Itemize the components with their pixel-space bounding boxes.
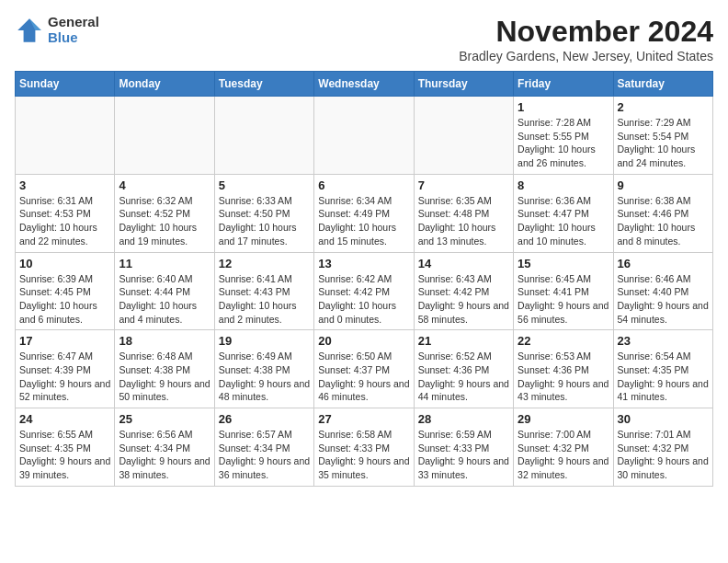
day-number: 1 — [518, 100, 609, 114]
day-info: Sunrise: 7:28 AM Sunset: 5:55 PM Dayligh… — [518, 116, 609, 170]
calendar-cell — [314, 97, 414, 175]
day-number: 13 — [318, 257, 409, 270]
calendar-cell: 25Sunrise: 6:56 AM Sunset: 4:34 PM Dayli… — [115, 408, 214, 487]
header-wednesday: Wednesday — [314, 72, 414, 97]
day-info: Sunrise: 6:52 AM Sunset: 4:36 PM Dayligh… — [418, 350, 509, 404]
calendar-week-row: 3Sunrise: 6:31 AM Sunset: 4:53 PM Daylig… — [16, 174, 713, 252]
day-info: Sunrise: 6:48 AM Sunset: 4:38 PM Dayligh… — [119, 350, 210, 404]
calendar-cell: 14Sunrise: 6:43 AM Sunset: 4:42 PM Dayli… — [414, 252, 513, 330]
day-info: Sunrise: 6:31 AM Sunset: 4:53 PM Dayligh… — [19, 194, 110, 248]
calendar-cell: 3Sunrise: 6:31 AM Sunset: 4:53 PM Daylig… — [16, 174, 115, 252]
calendar-cell: 26Sunrise: 6:57 AM Sunset: 4:34 PM Dayli… — [214, 408, 313, 487]
day-info: Sunrise: 6:54 AM Sunset: 4:35 PM Dayligh… — [618, 350, 709, 404]
day-info: Sunrise: 6:42 AM Sunset: 4:42 PM Dayligh… — [318, 272, 409, 327]
header-friday: Friday — [514, 72, 613, 97]
month-title: November 2024 — [459, 15, 713, 49]
day-number: 22 — [518, 334, 609, 348]
day-number: 2 — [618, 100, 709, 114]
calendar-cell — [115, 97, 214, 175]
calendar-cell: 7Sunrise: 6:35 AM Sunset: 4:48 PM Daylig… — [414, 174, 513, 252]
day-info: Sunrise: 6:39 AM Sunset: 4:45 PM Dayligh… — [19, 272, 110, 327]
day-number: 5 — [219, 178, 310, 192]
day-info: Sunrise: 6:50 AM Sunset: 4:37 PM Dayligh… — [318, 350, 409, 404]
day-info: Sunrise: 7:29 AM Sunset: 5:54 PM Dayligh… — [618, 116, 709, 170]
calendar-cell: 11Sunrise: 6:40 AM Sunset: 4:44 PM Dayli… — [115, 252, 214, 330]
day-info: Sunrise: 6:47 AM Sunset: 4:39 PM Dayligh… — [19, 350, 110, 404]
day-number: 14 — [418, 257, 509, 270]
day-number: 3 — [19, 178, 110, 192]
day-number: 9 — [618, 178, 709, 192]
calendar-week-row: 10Sunrise: 6:39 AM Sunset: 4:45 PM Dayli… — [16, 252, 713, 330]
calendar-cell: 24Sunrise: 6:55 AM Sunset: 4:35 PM Dayli… — [16, 408, 115, 487]
calendar-cell — [16, 97, 115, 175]
day-info: Sunrise: 6:34 AM Sunset: 4:49 PM Dayligh… — [318, 194, 409, 248]
header-saturday: Saturday — [613, 72, 712, 97]
header-monday: Monday — [115, 72, 214, 97]
day-number: 17 — [19, 334, 110, 348]
day-number: 6 — [318, 178, 409, 192]
day-info: Sunrise: 6:36 AM Sunset: 4:47 PM Dayligh… — [518, 194, 609, 248]
day-info: Sunrise: 6:56 AM Sunset: 4:34 PM Dayligh… — [119, 428, 210, 482]
calendar-cell: 2Sunrise: 7:29 AM Sunset: 5:54 PM Daylig… — [613, 97, 712, 175]
day-info: Sunrise: 6:38 AM Sunset: 4:46 PM Dayligh… — [618, 194, 709, 248]
day-number: 12 — [219, 257, 310, 270]
day-info: Sunrise: 6:49 AM Sunset: 4:38 PM Dayligh… — [219, 350, 310, 404]
logo: General Blue — [15, 15, 99, 45]
calendar-cell: 16Sunrise: 6:46 AM Sunset: 4:40 PM Dayli… — [613, 252, 712, 330]
day-info: Sunrise: 6:46 AM Sunset: 4:40 PM Dayligh… — [618, 272, 709, 327]
calendar-table: SundayMondayTuesdayWednesdayThursdayFrid… — [15, 71, 713, 487]
day-number: 20 — [318, 334, 409, 348]
calendar-header-row: SundayMondayTuesdayWednesdayThursdayFrid… — [16, 72, 713, 97]
calendar-cell: 21Sunrise: 6:52 AM Sunset: 4:36 PM Dayli… — [414, 330, 513, 408]
calendar-cell: 18Sunrise: 6:48 AM Sunset: 4:38 PM Dayli… — [115, 330, 214, 408]
logo-icon — [15, 16, 44, 45]
header-tuesday: Tuesday — [214, 72, 313, 97]
day-number: 23 — [618, 334, 709, 348]
day-number: 16 — [618, 257, 709, 270]
calendar-cell: 4Sunrise: 6:32 AM Sunset: 4:52 PM Daylig… — [115, 174, 214, 252]
calendar-cell — [414, 97, 513, 175]
day-number: 4 — [119, 178, 210, 192]
calendar-cell: 28Sunrise: 6:59 AM Sunset: 4:33 PM Dayli… — [414, 408, 513, 487]
location-title: Bradley Gardens, New Jersey, United Stat… — [459, 49, 713, 63]
calendar-week-row: 17Sunrise: 6:47 AM Sunset: 4:39 PM Dayli… — [16, 330, 713, 408]
day-info: Sunrise: 6:59 AM Sunset: 4:33 PM Dayligh… — [418, 428, 509, 482]
day-number: 25 — [119, 412, 210, 426]
day-info: Sunrise: 6:45 AM Sunset: 4:41 PM Dayligh… — [518, 272, 609, 327]
day-number: 26 — [219, 412, 310, 426]
calendar-cell: 6Sunrise: 6:34 AM Sunset: 4:49 PM Daylig… — [314, 174, 414, 252]
calendar-cell — [214, 97, 313, 175]
day-number: 21 — [418, 334, 509, 348]
day-number: 8 — [518, 178, 609, 192]
logo-general-text: General — [48, 15, 99, 30]
calendar-cell: 10Sunrise: 6:39 AM Sunset: 4:45 PM Dayli… — [16, 252, 115, 330]
day-info: Sunrise: 6:57 AM Sunset: 4:34 PM Dayligh… — [219, 428, 310, 482]
calendar-cell: 12Sunrise: 6:41 AM Sunset: 4:43 PM Dayli… — [214, 252, 313, 330]
calendar-cell: 29Sunrise: 7:00 AM Sunset: 4:32 PM Dayli… — [514, 408, 613, 487]
calendar-cell: 23Sunrise: 6:54 AM Sunset: 4:35 PM Dayli… — [613, 330, 712, 408]
day-info: Sunrise: 6:55 AM Sunset: 4:35 PM Dayligh… — [19, 428, 110, 482]
calendar-cell: 27Sunrise: 6:58 AM Sunset: 4:33 PM Dayli… — [314, 408, 414, 487]
header: General Blue November 2024 Bradley Garde… — [15, 15, 713, 63]
calendar-week-row: 24Sunrise: 6:55 AM Sunset: 4:35 PM Dayli… — [16, 408, 713, 487]
calendar-week-row: 1Sunrise: 7:28 AM Sunset: 5:55 PM Daylig… — [16, 97, 713, 175]
day-number: 28 — [418, 412, 509, 426]
calendar-cell: 5Sunrise: 6:33 AM Sunset: 4:50 PM Daylig… — [214, 174, 313, 252]
header-sunday: Sunday — [16, 72, 115, 97]
day-number: 24 — [19, 412, 110, 426]
day-number: 19 — [219, 334, 310, 348]
day-info: Sunrise: 6:53 AM Sunset: 4:36 PM Dayligh… — [518, 350, 609, 404]
day-number: 29 — [518, 412, 609, 426]
day-info: Sunrise: 6:35 AM Sunset: 4:48 PM Dayligh… — [418, 194, 509, 248]
day-info: Sunrise: 6:58 AM Sunset: 4:33 PM Dayligh… — [318, 428, 409, 482]
day-number: 7 — [418, 178, 509, 192]
calendar-cell: 15Sunrise: 6:45 AM Sunset: 4:41 PM Dayli… — [514, 252, 613, 330]
day-info: Sunrise: 6:41 AM Sunset: 4:43 PM Dayligh… — [219, 272, 310, 327]
calendar-cell: 1Sunrise: 7:28 AM Sunset: 5:55 PM Daylig… — [514, 97, 613, 175]
day-info: Sunrise: 6:40 AM Sunset: 4:44 PM Dayligh… — [119, 272, 210, 327]
calendar-cell: 13Sunrise: 6:42 AM Sunset: 4:42 PM Dayli… — [314, 252, 414, 330]
calendar-cell: 30Sunrise: 7:01 AM Sunset: 4:32 PM Dayli… — [613, 408, 712, 487]
calendar-cell: 19Sunrise: 6:49 AM Sunset: 4:38 PM Dayli… — [214, 330, 313, 408]
day-number: 30 — [618, 412, 709, 426]
day-info: Sunrise: 7:01 AM Sunset: 4:32 PM Dayligh… — [618, 428, 709, 482]
